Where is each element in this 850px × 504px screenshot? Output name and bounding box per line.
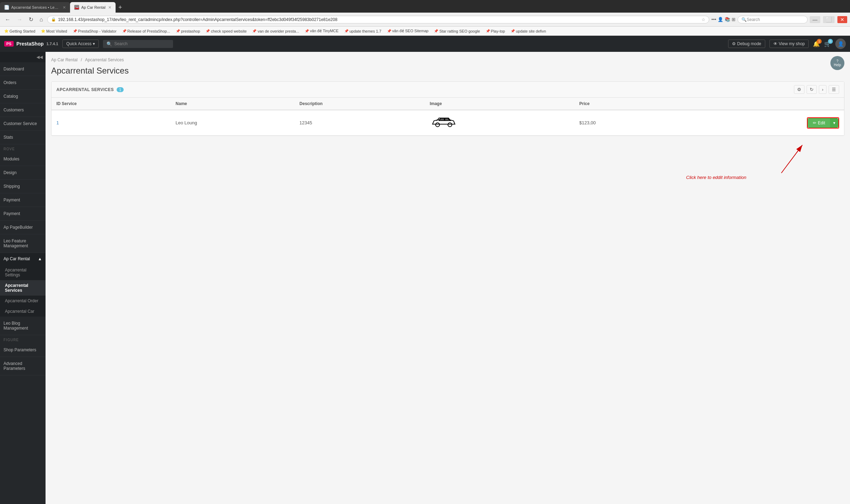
expand-icon-btn[interactable]: ›: [819, 85, 827, 94]
top-nav: PS PrestaShop 1.7.4.1 Quick Access ▾ 🔍 ⚙…: [0, 36, 850, 52]
quick-access-button[interactable]: Quick Access ▾: [62, 40, 99, 48]
grid-icon[interactable]: ⊞: [732, 17, 735, 22]
sidebar-chevron-ap-car-rental: ▲: [38, 256, 42, 261]
bookmark-prestashop-validator[interactable]: 📌 PrestaShop - Validator: [71, 28, 118, 34]
edit-dropdown-button[interactable]: ▾: [830, 118, 838, 127]
bookmark-seo-sitemap[interactable]: 📌 vân đề SEO Sitemap: [386, 28, 430, 34]
home-button[interactable]: ⌂: [37, 16, 45, 23]
user-avatar[interactable]: 👤: [835, 39, 846, 49]
bookmark-most-visited-label: Most Visited: [46, 29, 67, 33]
sidebar-item-label-shop-params: Shop Parameters: [4, 347, 36, 352]
address-bar[interactable]: 🔒 192.168.1.43/prestashop_17/dev/leo_ren…: [47, 16, 710, 23]
sidebar-item-stats[interactable]: Stats: [0, 131, 46, 144]
sidebar-item-catalog[interactable]: Catalog: [0, 90, 46, 103]
sidebar-sub-item-order[interactable]: Apcarrental Order: [0, 296, 46, 306]
edit-btn-group: ✏ Edit ▾: [808, 118, 838, 128]
sidebar-item-international[interactable]: Payment: [0, 207, 46, 221]
tab-close-1[interactable]: ✕: [63, 5, 66, 10]
sidebar-item-orders[interactable]: Orders: [0, 76, 46, 90]
view-shop-button[interactable]: 👁 View my shop: [769, 40, 809, 48]
bookmark-update-site[interactable]: 📌 update site defivn: [509, 28, 547, 34]
sidebar-toggle[interactable]: ◀◀: [0, 52, 46, 62]
eye-icon: 👁: [773, 41, 778, 46]
help-button[interactable]: ? Help: [830, 56, 844, 70]
bookmark-getting-started[interactable]: ⭐ Getting Started: [3, 28, 37, 34]
bookmark-icon-2: ⭐: [41, 29, 45, 33]
col-header-name: Name: [171, 98, 295, 110]
edit-button[interactable]: ✏ Edit: [808, 118, 830, 127]
cart-icon[interactable]: 🛒 0: [824, 41, 831, 47]
card-header-actions: ⚙ ↻ › ☰: [794, 85, 839, 94]
sidebar-item-modules[interactable]: Modules: [0, 152, 46, 166]
bookmark-star-ratting[interactable]: 📌 Star ratting SEO google: [433, 28, 481, 34]
sidebar-sub-item-settings[interactable]: Apcarrental Settings: [0, 265, 46, 280]
browser-search-box[interactable]: 🔍 Search: [738, 16, 808, 23]
debug-mode-button[interactable]: ⚙ Debug mode: [728, 40, 765, 48]
bookmark-van-de-overider[interactable]: 📌 van de overider presta...: [251, 28, 300, 34]
refresh-button[interactable]: ↻: [27, 15, 35, 23]
tab-1[interactable]: 📄 Apcarrental Services • Leo Re... ✕: [0, 2, 70, 13]
refresh-icon-btn[interactable]: ↻: [807, 85, 817, 94]
minimize-btn[interactable]: —: [810, 16, 820, 23]
sidebar-item-payment[interactable]: Payment: [0, 193, 46, 207]
sidebar-item-ap-car-rental[interactable]: Ap Car Rental ▲: [0, 253, 46, 265]
forward-button[interactable]: →: [15, 16, 25, 23]
row-id-link[interactable]: 1: [56, 120, 59, 125]
page-title: Apcarrental Services: [51, 66, 844, 76]
tab-close-2[interactable]: ✕: [108, 5, 111, 10]
breadcrumb-parent[interactable]: Ap Car Rental: [51, 57, 77, 62]
sidebar-item-shipping[interactable]: Shipping: [0, 180, 46, 193]
browser-chrome: 📄 Apcarrental Services • Leo Re... ✕ 🚗 A…: [0, 0, 850, 36]
profile-icon[interactable]: 👤: [718, 17, 723, 22]
sidebar-item-label-catalog: Catalog: [4, 94, 18, 99]
sidebar-section-figure: FIGURE: [0, 335, 46, 343]
sidebar-item-shop-params[interactable]: Shop Parameters: [0, 343, 46, 357]
close-btn[interactable]: ✕: [837, 16, 847, 23]
sidebar-item-leo-feature[interactable]: Leo Feature Management: [0, 234, 46, 253]
top-search-box[interactable]: 🔍: [103, 40, 173, 48]
back-button[interactable]: ←: [3, 16, 13, 23]
sidebar-label-ap-car-rental: Ap Car Rental: [4, 256, 30, 261]
bookmark-update-themes[interactable]: 📌 update themes 1.7: [343, 28, 383, 34]
top-search-input[interactable]: [114, 41, 163, 46]
bookmark-play-top[interactable]: 📌 Play-top: [484, 28, 506, 34]
sidebar: ◀◀ Dashboard Orders Catalog Customers Cu…: [0, 52, 46, 504]
new-tab-button[interactable]: +: [116, 4, 125, 11]
sidebar-item-leo-blog[interactable]: Leo Blog Management: [0, 317, 46, 335]
sidebar-item-label-international: Payment: [4, 211, 20, 216]
sidebar-item-dashboard[interactable]: Dashboard: [0, 62, 46, 76]
bookmark-icon-11: 📌: [434, 29, 438, 33]
debug-mode-label: Debug mode: [737, 41, 761, 46]
sidebar-item-label-leo-blog: Leo Blog Management: [4, 321, 28, 331]
sidebar-item-label-ap-pagebuilder: Ap PageBuilder: [4, 225, 33, 230]
bookmark-star[interactable]: ☆: [702, 17, 705, 22]
settings-icon-btn[interactable]: ⚙: [794, 85, 804, 94]
bookmark-check-speed[interactable]: 📌 check speed website: [204, 28, 248, 34]
tab-2[interactable]: 🚗 Ap Car Rental ✕: [70, 2, 116, 13]
sidebar-item-label-leo-feature: Leo Feature Management: [4, 239, 28, 248]
cell-price: $123,00: [574, 110, 678, 136]
columns-icon-btn[interactable]: ☰: [829, 85, 839, 94]
bookmark-manager-icon[interactable]: 📚: [725, 17, 730, 22]
bookmark-most-visited[interactable]: ⭐ Most Visited: [40, 28, 69, 34]
bookmark-tinymce[interactable]: 📌 vân đề TinyMCE: [303, 28, 340, 34]
bookmark-icon-1: ⭐: [4, 29, 8, 33]
bookmark-prestashop[interactable]: 📌 prestashop: [174, 28, 201, 34]
more-options-icon[interactable]: •••: [711, 17, 716, 22]
edit-button-group-highlighted: ✏ Edit ▾: [807, 117, 839, 129]
sidebar-item-design[interactable]: Design: [0, 166, 46, 180]
sidebar-item-advanced-params[interactable]: Advanced Parameters: [0, 357, 46, 375]
col-header-image: Image: [425, 98, 574, 110]
sidebar-item-customer-service[interactable]: Customer Service: [0, 117, 46, 131]
record-count-badge: 1: [117, 87, 124, 92]
cell-name: Leo Loung: [171, 110, 295, 136]
restore-btn[interactable]: ⬜: [823, 16, 835, 23]
sidebar-sub-item-services[interactable]: Apcarrental Services: [0, 280, 46, 296]
notification-badge: 1: [817, 39, 822, 44]
bookmark-release-prestashop[interactable]: 📌 Release of PrestaShop...: [121, 28, 172, 34]
sidebar-item-label-dashboard: Dashboard: [4, 67, 24, 71]
notification-bell[interactable]: 🔔 1: [813, 41, 820, 47]
sidebar-item-customers[interactable]: Customers: [0, 103, 46, 117]
sidebar-sub-item-car[interactable]: Apcarrental Car: [0, 306, 46, 317]
sidebar-item-ap-pagebuilder[interactable]: Ap PageBuilder: [0, 221, 46, 234]
